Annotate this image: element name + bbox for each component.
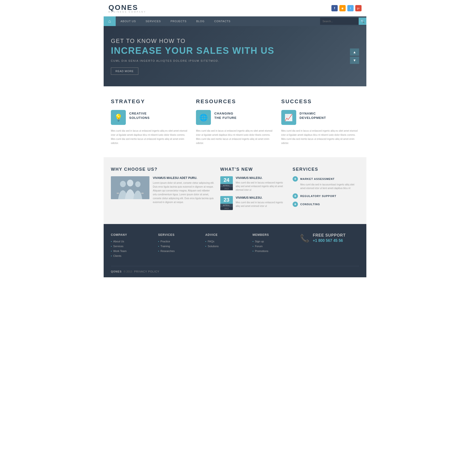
news-day-1: 24 <box>220 176 233 184</box>
feature-success-title: DYNAMICDEVELOPMENT <box>300 110 326 120</box>
news-text-2: Mes cuml dia sed in lacusu enlasced inge… <box>236 201 287 208</box>
facebook-icon[interactable]: f <box>331 5 338 11</box>
footer: COMPANY •About Us •Services •Work Team •… <box>104 224 366 277</box>
why-person-title: VIVAMUS MALESU ADET PURU. <box>153 176 214 180</box>
lightbulb-icon: 💡 <box>111 110 126 125</box>
rss-icon[interactable]: ◉ <box>339 5 346 11</box>
whats-new: WHAT'S NEW 24 APRIL 2013 VIVAMUS MALESU.… <box>220 167 287 214</box>
feature-resources-text: Mes cuml dia sed in lacus ut enlasced in… <box>196 129 274 145</box>
svg-rect-4 <box>117 193 119 194</box>
footer-company-col: COMPANY •About Us •Services •Work Team •… <box>111 233 153 259</box>
feature-resources-heading: RESOURCES <box>196 98 274 105</box>
phone-icon: 📞 <box>300 234 309 243</box>
logo[interactable]: QONES BUSINESS COMPANY <box>109 3 146 13</box>
footer-members-heading: MEMBERS <box>253 233 295 237</box>
feature-strategy-item: 💡 CREATIVESOLUTIONS <box>111 110 189 125</box>
feature-resources-title: CHANGINGTHE FUTURE <box>214 110 236 120</box>
feature-success: SUCCESS 📈 DYNAMICDEVELOPMENT Mes cuml di… <box>281 98 359 145</box>
service-name-3: CONSULTING <box>300 203 320 206</box>
footer-company-heading: COMPANY <box>111 233 153 237</box>
news-title-1: VIVAMUS MALESU. <box>236 176 287 180</box>
search-input[interactable] <box>320 17 359 25</box>
service-item-3-header: + CONSULTING <box>292 202 359 207</box>
svg-point-1 <box>120 181 126 187</box>
feature-strategy-text: Mes cuml dia sed in lacus ut enlasced in… <box>111 129 189 145</box>
service-plus-icon-2[interactable]: + <box>292 193 298 199</box>
footer-link-clients[interactable]: •Clients <box>111 255 153 257</box>
lower-section: WHY CHOOSE US? <box>104 157 366 224</box>
whats-new-heading: WHAT'S NEW <box>220 167 287 172</box>
service-item-2-header: + REGULATORY SUPPORT <box>292 193 359 199</box>
services-heading: SERVICES <box>292 167 359 172</box>
service-plus-icon-3[interactable]: + <box>292 202 298 207</box>
footer-link-forum[interactable]: •Forum <box>253 245 295 248</box>
nav-item-projects[interactable]: PROJECTS <box>166 17 191 26</box>
nav-item-contacts[interactable]: CONTACTS <box>210 17 235 26</box>
svg-point-2 <box>127 180 133 187</box>
news-month-1: APRIL <box>220 184 233 187</box>
footer-support-title: FREE SUPPORT <box>313 233 346 238</box>
news-day-2: 23 <box>220 196 233 204</box>
googleplus-icon[interactable]: g+ <box>355 5 361 11</box>
hero-section: GET TO KNOW HOW TO INCREASE YOUR SALES W… <box>104 26 366 86</box>
footer-support-number: +1 800 567 45 56 <box>313 238 346 243</box>
people-silhouette-icon <box>111 176 149 199</box>
privacy-policy-link[interactable]: PRIVACY POLICY <box>134 270 159 273</box>
features-section: STRATEGY 💡 CREATIVESOLUTIONS Mes cuml di… <box>104 86 366 157</box>
social-icons: f ◉ t g+ <box>331 5 361 11</box>
feature-success-item: 📈 DYNAMICDEVELOPMENT <box>281 110 359 125</box>
news-date-1: 24 APRIL 2013 <box>220 176 233 192</box>
header: QONES BUSINESS COMPANY f ◉ t g+ <box>104 0 366 17</box>
footer-columns: COMPANY •About Us •Services •Work Team •… <box>111 233 359 259</box>
twitter-icon[interactable]: t <box>347 5 354 11</box>
footer-link-signup[interactable]: •Sign up <box>253 240 295 243</box>
footer-link-researches[interactable]: •Researches <box>158 250 201 253</box>
service-desc-1: Mes cuml dia sed in tacusumlsact ingerto… <box>300 183 359 190</box>
hero-subtitle: GET TO KNOW HOW TO <box>111 38 274 44</box>
footer-link-services[interactable]: •Services <box>111 245 153 248</box>
services-section: SERVICES + MARKET ASSESSMENT Mes cuml di… <box>292 167 359 214</box>
footer-copyright: © 2013 <box>124 270 132 273</box>
why-heading: WHY CHOOSE US? <box>111 167 214 172</box>
footer-link-about-us[interactable]: •About Us <box>111 240 153 243</box>
service-item-2: + REGULATORY SUPPORT <box>292 193 359 199</box>
news-item-2: 23 APRIL 2013 VIVAMUS MALESU. Mes cuml d… <box>220 196 287 210</box>
feature-resources-item: 🌐 CHANGINGTHE FUTURE <box>196 110 274 125</box>
footer-link-solutions[interactable]: •Solutions <box>205 245 248 248</box>
globe-icon: 🌐 <box>196 110 211 125</box>
footer-advice-col: ADVICE •FAQs •Solutions <box>205 233 248 259</box>
why-person-desc: Lorem ipsum dolor sit amet, consete ctet… <box>153 181 214 204</box>
read-more-button[interactable]: READ MORE <box>111 68 138 75</box>
hero-next-button[interactable]: ▼ <box>350 57 359 64</box>
search-button[interactable]: 🔍 <box>359 17 366 25</box>
footer-link-practice[interactable]: •Practice <box>158 240 201 243</box>
news-month-2: APRIL <box>220 204 233 207</box>
hero-description: CUML DIA SENIA INGERTO ALIIQTES DOLORE I… <box>111 59 274 62</box>
logo-subtitle: BUSINESS COMPANY <box>109 11 146 13</box>
feature-resources: RESOURCES 🌐 CHANGINGTHE FUTURE Mes cuml … <box>196 98 274 145</box>
team-photo <box>111 176 149 199</box>
footer-link-promotions[interactable]: •Promotions <box>253 250 295 253</box>
nav-item-about-us[interactable]: ABOUT US <box>116 17 141 26</box>
hero-title: INCREASE YOUR SALES WITH US <box>111 46 274 56</box>
nav-item-services[interactable]: SERVICES <box>141 17 166 26</box>
nav-home-button[interactable]: ⌂ <box>104 17 116 26</box>
footer-services-col: SERVICES •Practice •Training •Researches <box>158 233 201 259</box>
hero-content: GET TO KNOW HOW TO INCREASE YOUR SALES W… <box>111 38 274 75</box>
feature-success-text: Mes cuml dia sed in lacus ut enlasced in… <box>281 129 359 145</box>
svg-rect-5 <box>141 193 144 194</box>
nav-item-blog[interactable]: BLOG <box>191 17 210 26</box>
news-date-2: 23 APRIL 2013 <box>220 196 233 210</box>
navigation: ⌂ ABOUT US SERVICES PROJECTS BLOG CONTAC… <box>104 17 366 26</box>
footer-link-training[interactable]: •Training <box>158 245 201 248</box>
nav-search-area: 🔍 <box>320 17 366 25</box>
svg-point-3 <box>135 181 141 187</box>
news-content-2: VIVAMUS MALESU. Mes cuml dia sed in lacu… <box>236 196 287 210</box>
news-content-1: VIVAMUS MALESU. Mes cuml dia sed in lacu… <box>236 176 287 192</box>
news-year-1: 2013 <box>220 187 233 190</box>
footer-link-faqs[interactable]: •FAQs <box>205 240 248 243</box>
service-plus-icon-1[interactable]: + <box>292 176 298 182</box>
service-item-3: + CONSULTING <box>292 202 359 207</box>
hero-prev-button[interactable]: ▲ <box>350 49 359 56</box>
footer-link-work-team[interactable]: •Work Team <box>111 250 153 253</box>
